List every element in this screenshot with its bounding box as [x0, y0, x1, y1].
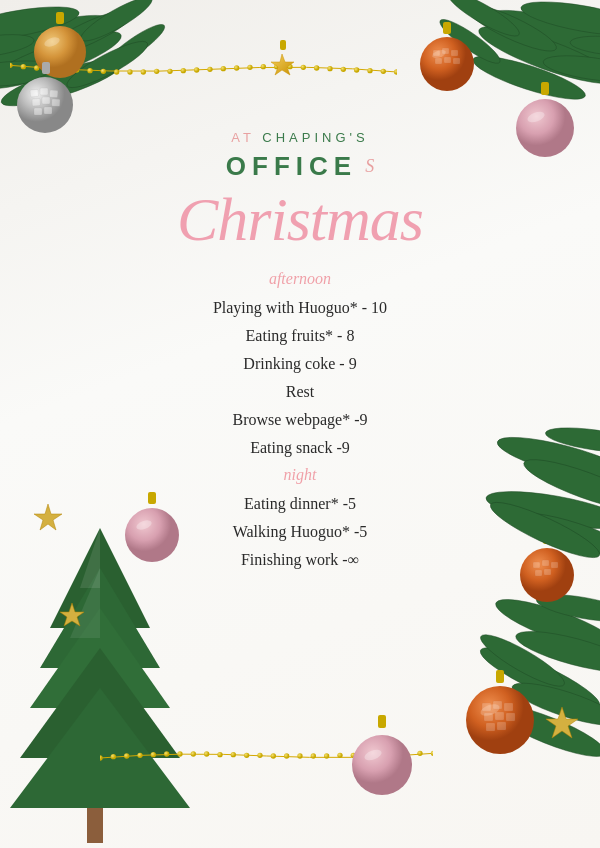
list-item: Rest	[213, 378, 387, 406]
list-item: Walking Huoguo* -5	[233, 518, 368, 546]
chapings-word: CHAPING'S	[262, 130, 368, 145]
header-arc: AT CHAPING'S	[231, 130, 368, 145]
list-item: Eating fruits* - 8	[213, 322, 387, 350]
list-item: Browse webpage* -9	[213, 406, 387, 434]
office-label: OFFICE	[226, 151, 357, 182]
office-row: OFFICE S	[226, 151, 374, 182]
list-item: Drinking coke - 9	[213, 350, 387, 378]
list-item: Eating dinner* -5	[233, 490, 368, 518]
afternoon-label: afternoon	[269, 270, 331, 288]
at-word: AT	[231, 130, 254, 145]
list-item: Playing with Huoguo* - 10	[213, 294, 387, 322]
list-item: Eating snack -9	[213, 434, 387, 462]
subtitle-text: AT CHAPING'S	[231, 130, 368, 145]
christmas-title: Christmas	[177, 188, 423, 250]
main-content: AT CHAPING'S OFFICE S Christmas afternoo…	[0, 0, 600, 574]
afternoon-activities: Playing with Huoguo* - 10 Eating fruits*…	[213, 294, 387, 462]
night-activities: Eating dinner* -5 Walking Huoguo* -5 Fin…	[233, 490, 368, 574]
night-label: night	[284, 466, 317, 484]
apostrophe-s: S	[365, 156, 374, 177]
list-item: Finishing work -∞	[233, 546, 368, 574]
